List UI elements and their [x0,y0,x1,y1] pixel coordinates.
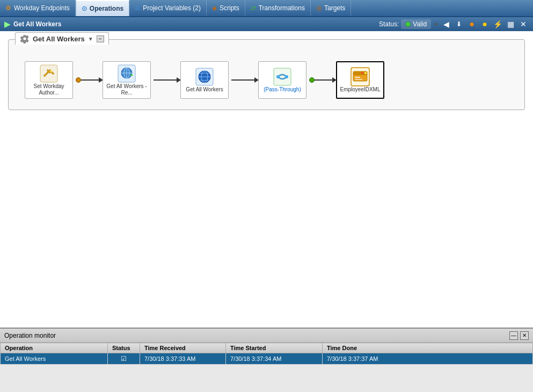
svg-rect-11 [274,68,291,85]
node-label-get-workers: Get All Workers [186,86,223,93]
status-value: Valid [413,20,427,28]
group-dropdown[interactable]: ▼ [88,36,93,42]
workday-endpoints-icon: ⚙ [5,4,11,12]
table-row[interactable]: Get All Workers ☑ 7/30/18 3:37:33 AM 7/3… [1,353,533,365]
cell-operation: Get All Workers [1,353,108,365]
node-box-get-workers[interactable]: Get All Workers [180,61,229,99]
status-label: Status: [379,20,399,28]
tab-bar: ⚙ Workday Endpoints ⊙ Operations ⊞ Proje… [0,0,533,17]
node-label-get-workers-re: Get All Workers - Re... [105,83,148,96]
transformations-icon: ⇄ [251,4,256,12]
tab-targets[interactable]: ◎ Targets [311,0,351,16]
panel-controls: — ✕ [509,331,529,340]
tab-project-variables-label: Project Variables (2) [143,4,201,12]
tab-operations-label: Operations [90,5,123,12]
operation-monitor-table: Operation Status Time Received Time Star… [0,343,533,365]
tab-transformations[interactable]: ⇄ Transformations [245,0,311,16]
lightning-btn[interactable]: ⚡ [492,19,503,30]
sub-header-title: Get All Workers [13,20,61,28]
svg-rect-20 [355,79,362,80]
ftp-icon [351,67,370,86]
globe-icon [195,67,214,86]
sub-header-right: Status: Valid ▼ ◀ ⬇ ● ● ⚡ ▦ ✕ [379,19,529,30]
key-icon [39,64,59,83]
flow-node-set-workday[interactable]: Set Workday Author... [22,61,76,99]
node-label-employee-idxml: EmployeeIDXML [340,86,380,93]
orange-indicator: ● [466,19,477,30]
flow-node-get-workers[interactable]: Get All Workers [178,61,231,99]
panel-header: Operation monitor — ✕ [0,329,533,343]
connector-4 [309,77,333,83]
svg-rect-0 [40,65,57,82]
project-variables-icon: ⊞ [135,4,140,12]
panel-minimize-btn[interactable]: — [509,331,518,340]
status-dropdown-arrow[interactable]: ▼ [433,21,439,27]
node-box-set-workday[interactable]: Set Workday Author... [25,61,73,99]
col-status: Status [108,343,140,353]
connector-1 [76,77,100,83]
tab-scripts[interactable]: ◈ Scripts [207,0,245,16]
main-canvas: Get All Workers ▼ − Set Workday Author..… [0,31,533,328]
node-box-pass-through[interactable]: (Pass-Through) [258,61,306,99]
node-box-employee-idxml[interactable]: EmployeeIDXML [336,61,384,99]
cell-status: ☑ [108,353,140,365]
cell-time-done: 7/30/18 3:37:37 AM [323,353,533,365]
tab-operations[interactable]: ⊙ Operations [76,0,129,16]
scripts-icon: ◈ [212,4,217,12]
node-box-get-workers-re[interactable]: Get All Workers - Re... [103,61,151,99]
link-icon [273,67,292,86]
svg-point-18 [361,72,363,74]
node-label-pass-through: (Pass-Through) [264,86,301,93]
operations-icon: ⊙ [82,5,87,12]
yellow-indicator: ● [479,19,490,30]
status-badge: Valid [401,19,431,29]
svg-point-12 [276,75,280,78]
operation-monitor-panel: Operation monitor — ✕ Operation Status T… [0,328,533,392]
dot-orange-1 [76,77,81,83]
tab-scripts-label: Scripts [220,4,239,12]
svg-point-13 [285,75,288,78]
operation-group: Get All Workers ▼ − Set Workday Author..… [8,39,525,110]
targets-icon: ◎ [316,4,322,12]
cell-time-received: 7/30/18 3:37:33 AM [140,353,226,365]
flow-node-get-workers-re[interactable]: Get All Workers - Re... [100,61,154,99]
col-operation: Operation [1,343,108,353]
col-time-done: Time Done [323,343,533,353]
connector-3 [231,79,255,81]
panel-close-btn[interactable]: ✕ [520,331,529,340]
close-btn[interactable]: ✕ [518,19,529,30]
back-btn[interactable]: ◀ [441,19,451,30]
table-container: Operation Status Time Received Time Star… [0,343,533,392]
flow-node-pass-through[interactable]: (Pass-Through) [255,61,309,99]
download-btn[interactable]: ⬇ [454,19,464,30]
cell-time-started: 7/30/18 3:37:34 AM [226,353,323,365]
svg-point-1 [50,70,52,72]
dot-green-1 [309,77,315,83]
flow-container: Set Workday Author... [14,56,519,104]
tab-project-variables[interactable]: ⊞ Project Variables (2) [129,0,207,16]
tab-workday-endpoints[interactable]: ⚙ Workday Endpoints [0,0,76,16]
connector-2 [154,79,178,81]
sub-header-left: ▶ Get All Workers [4,20,61,28]
svg-point-17 [364,72,367,74]
group-title: Get All Workers [33,35,85,43]
status-dot [405,21,411,27]
col-time-received: Time Received [140,343,226,353]
flow-node-employee-idxml[interactable]: EmployeeIDXML [333,61,387,99]
tab-workday-endpoints-label: Workday Endpoints [14,4,70,12]
svg-rect-19 [355,77,360,78]
tab-targets-label: Targets [324,4,345,12]
status-checkmark: ☑ [121,355,127,362]
sub-header: ▶ Get All Workers Status: Valid ▼ ◀ ⬇ ● … [0,17,533,31]
group-minimize[interactable]: − [97,35,104,42]
grid-btn[interactable]: ▦ [505,19,516,30]
globe-arrow-icon [117,64,136,83]
table-header-row: Operation Status Time Received Time Star… [1,343,533,353]
tab-transformations-label: Transformations [259,4,305,12]
gear-icon [20,34,30,43]
node-label-set-workday: Set Workday Author... [27,83,70,96]
col-time-started: Time Started [226,343,323,353]
panel-title: Operation monitor [4,332,56,339]
run-icon: ▶ [4,20,10,28]
